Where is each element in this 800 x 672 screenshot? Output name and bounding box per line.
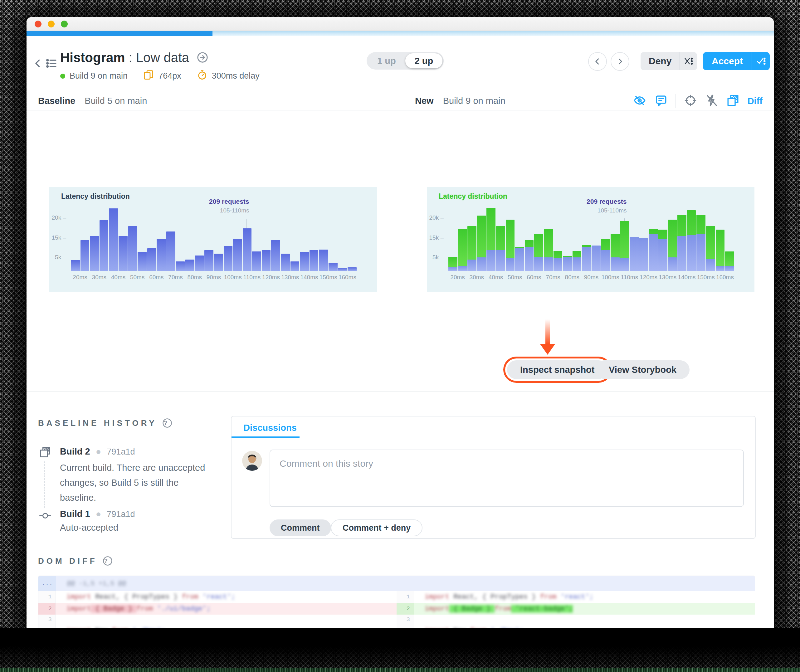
dom-diff-heading: DOM DIFF ? (38, 556, 113, 566)
histogram-bar (477, 204, 486, 271)
y-tick-label: 15k (52, 234, 66, 241)
x-tick-label: 60ms (149, 274, 163, 281)
diff-toggle-label[interactable]: Diff (747, 96, 763, 106)
tab-discussions[interactable]: Discussions (243, 423, 297, 433)
avatar (242, 451, 262, 471)
history-item-build-2[interactable]: Build 2 ● 791a1d (60, 446, 135, 457)
hide-baseline-icon[interactable] (633, 94, 646, 108)
baseline-label: Baseline (38, 96, 75, 106)
deny-batch-icon[interactable] (680, 52, 697, 70)
histogram-bar (629, 204, 639, 271)
histogram-bar (90, 204, 99, 271)
dom-diff-viewer[interactable]: ... @@ -1,5 +1,5 @@ 1 import React, { Pr… (38, 576, 755, 628)
story-meta-row: Build 9 on main 764px 300ms delay (60, 70, 259, 82)
histogram-bar (80, 204, 90, 271)
line-number: 1 (397, 591, 414, 603)
histogram-bar (128, 204, 138, 271)
help-icon[interactable]: ? (162, 418, 173, 428)
progress-bar-fill (27, 31, 213, 36)
comment-input[interactable] (270, 450, 744, 507)
x-tick-label: 120ms (640, 274, 658, 281)
diff-line-removed: 2 import { Badge } from './ui/badge'; (38, 603, 397, 614)
pane-divider (400, 110, 400, 391)
previous-snapshot-button[interactable] (588, 52, 607, 71)
toggle-2up[interactable]: 2 up (405, 53, 443, 68)
help-icon[interactable]: ? (102, 556, 113, 566)
zoom-window-button[interactable] (61, 21, 68, 27)
app-window: Histogram : Low data Build 9 on main 764… (27, 17, 774, 628)
diff-icon[interactable] (726, 94, 739, 108)
delay-icon (197, 70, 208, 82)
diff-hunk-header: ... @@ -1,5 +1,5 @@ (38, 576, 755, 591)
y-tick-label: 5k (432, 254, 444, 261)
story-list-icon[interactable] (45, 56, 58, 70)
histogram-bar (309, 204, 319, 271)
x-tick-label: 40ms (489, 274, 503, 281)
build-name: Build 1 (60, 509, 90, 519)
new-pane-header: New Build 9 on main (415, 96, 506, 106)
comments-icon[interactable] (654, 94, 667, 108)
histogram-bar (525, 204, 534, 271)
chart-title: Latency distribution (439, 192, 507, 201)
histogram-bar (448, 204, 458, 271)
x-tick-label: 160ms (339, 274, 356, 281)
x-axis-labels: 20ms30ms40ms50ms60ms70ms80ms90ms100ms110… (70, 274, 357, 283)
build-name: Build 2 (60, 446, 90, 456)
back-icon[interactable] (32, 58, 43, 69)
comment-deny-button[interactable]: Comment + deny (331, 520, 422, 536)
history-item-build-1[interactable]: Build 1 ● 791a1d (60, 509, 135, 519)
svg-text:?: ? (164, 419, 171, 426)
diff-line-empty: 3 (38, 614, 397, 625)
accept-batch-icon[interactable] (752, 52, 770, 70)
bullet: ● (96, 509, 101, 519)
histogram-bar (338, 204, 347, 271)
delay-label: 300ms delay (212, 71, 259, 81)
histogram-bar (725, 204, 734, 271)
y-tick-label: 15k (429, 234, 444, 241)
histogram-bar (299, 204, 309, 271)
histogram-bar (147, 204, 157, 271)
x-tick-label: 50ms (508, 274, 522, 281)
comment-button[interactable]: Comment (270, 520, 331, 536)
histogram-bar (347, 204, 357, 271)
toggle-1up[interactable]: 1 up (368, 53, 405, 68)
x-tick-label: 80ms (565, 274, 579, 281)
view-storybook-button[interactable]: View Storybook (596, 360, 690, 379)
x-tick-label: 60ms (527, 274, 541, 281)
new-snapshot-chart[interactable]: Latency distribution 209 requests 105-11… (427, 187, 754, 292)
go-to-story-icon[interactable] (197, 51, 208, 66)
close-window-button[interactable] (35, 21, 42, 27)
histogram-bar (204, 204, 214, 271)
inspect-snapshot-button[interactable]: Inspect snapshot (507, 360, 608, 379)
commit-hash: 791a1d (107, 447, 135, 456)
minimize-window-button[interactable] (48, 21, 54, 27)
x-tick-label: 30ms (92, 274, 106, 281)
x-tick-label: 100ms (224, 274, 242, 281)
histogram-bar (109, 204, 118, 271)
discussions-tab-bar: Discussions (232, 416, 755, 438)
x-tick-label: 120ms (262, 274, 280, 281)
focus-icon[interactable] (684, 94, 697, 108)
commit-icon (38, 509, 52, 523)
deny-button[interactable]: Deny (640, 52, 697, 70)
baseline-history-title: BASELINE HISTORY (38, 418, 157, 428)
baseline-snapshot-chart[interactable]: Latency distribution 209 requests 105-11… (49, 187, 377, 292)
histogram-bar (280, 204, 290, 271)
page-title: Histogram : Low data (60, 50, 208, 65)
window-titlebar (27, 17, 774, 31)
histogram-bar (290, 204, 300, 271)
new-label: New (415, 96, 434, 106)
diff-line: 1 import React, { PropTypes } from 'reac… (397, 591, 755, 603)
histogram-bar (677, 204, 687, 271)
x-tick-label: 80ms (187, 274, 202, 281)
histogram-bar (214, 204, 223, 271)
story-name: Low data (136, 50, 189, 65)
next-snapshot-button[interactable] (611, 52, 629, 71)
histogram-bar (563, 204, 572, 271)
histogram-bar (610, 204, 620, 271)
histogram-bar (496, 204, 506, 271)
x-tick-label: 110ms (621, 274, 638, 281)
accept-button[interactable]: Accept (703, 52, 770, 70)
history-timeline-connector (44, 461, 45, 508)
flash-off-icon[interactable] (705, 94, 718, 108)
